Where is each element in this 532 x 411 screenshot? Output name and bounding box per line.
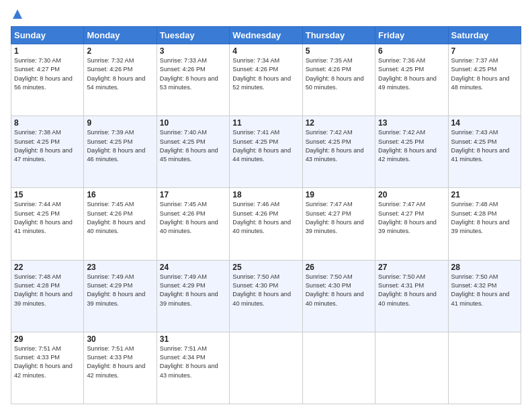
day-info: Sunrise: 7:51 AMSunset: 4:33 PMDaylight:… — [14, 345, 81, 380]
calendar-cell: 15Sunrise: 7:44 AMSunset: 4:25 PMDayligh… — [11, 188, 84, 260]
day-info: Sunrise: 7:49 AMSunset: 4:29 PMDaylight:… — [160, 273, 226, 308]
day-number: 11 — [232, 118, 299, 128]
day-info: Sunrise: 7:49 AMSunset: 4:29 PMDaylight:… — [87, 273, 153, 308]
calendar-row-week-3: 15Sunrise: 7:44 AMSunset: 4:25 PMDayligh… — [11, 188, 521, 260]
day-info: Sunrise: 7:45 AMSunset: 4:26 PMDaylight:… — [87, 200, 153, 236]
calendar-cell: 16Sunrise: 7:45 AMSunset: 4:26 PMDayligh… — [84, 188, 157, 260]
day-info: Sunrise: 7:50 AMSunset: 4:30 PMDaylight:… — [306, 273, 372, 308]
day-info: Sunrise: 7:50 AMSunset: 4:30 PMDaylight:… — [232, 273, 299, 308]
calendar-header-saturday: Saturday — [448, 27, 521, 44]
day-number: 8 — [14, 118, 81, 128]
calendar-cell: 25Sunrise: 7:50 AMSunset: 4:30 PMDayligh… — [230, 260, 302, 332]
page: SundayMondayTuesdayWednesdayThursdayFrid… — [0, 0, 532, 411]
day-number: 10 — [160, 118, 226, 128]
calendar-header-sunday: Sunday — [11, 27, 84, 44]
day-info: Sunrise: 7:39 AMSunset: 4:25 PMDaylight:… — [87, 128, 153, 164]
day-info: Sunrise: 7:51 AMSunset: 4:34 PMDaylight:… — [160, 345, 226, 380]
calendar-cell: 10Sunrise: 7:40 AMSunset: 4:25 PMDayligh… — [157, 116, 229, 188]
calendar-cell: 1Sunrise: 7:30 AMSunset: 4:27 PMDaylight… — [11, 44, 84, 116]
day-number: 2 — [87, 46, 153, 56]
day-info: Sunrise: 7:37 AMSunset: 4:25 PMDaylight:… — [451, 56, 518, 92]
calendar-cell: 4Sunrise: 7:34 AMSunset: 4:26 PMDaylight… — [230, 44, 302, 116]
day-info: Sunrise: 7:50 AMSunset: 4:32 PMDaylight:… — [451, 273, 518, 308]
day-info: Sunrise: 7:36 AMSunset: 4:25 PMDaylight:… — [378, 56, 445, 92]
day-number: 9 — [87, 118, 153, 128]
day-number: 26 — [306, 263, 372, 272]
day-number: 15 — [14, 190, 81, 199]
calendar-header-tuesday: Tuesday — [157, 27, 229, 44]
calendar-cell: 20Sunrise: 7:47 AMSunset: 4:27 PMDayligh… — [375, 188, 448, 260]
day-number: 14 — [451, 118, 518, 128]
day-number: 31 — [160, 334, 226, 344]
calendar-row-week-4: 22Sunrise: 7:48 AMSunset: 4:28 PMDayligh… — [11, 260, 521, 332]
calendar-cell: 31Sunrise: 7:51 AMSunset: 4:34 PMDayligh… — [157, 332, 229, 404]
calendar-cell — [375, 332, 448, 404]
day-number: 19 — [306, 190, 372, 199]
day-info: Sunrise: 7:43 AMSunset: 4:25 PMDaylight:… — [451, 128, 518, 164]
calendar-cell: 14Sunrise: 7:43 AMSunset: 4:25 PMDayligh… — [448, 116, 521, 188]
calendar-cell: 23Sunrise: 7:49 AMSunset: 4:29 PMDayligh… — [84, 260, 157, 332]
calendar-cell: 11Sunrise: 7:41 AMSunset: 4:25 PMDayligh… — [230, 116, 302, 188]
day-number: 30 — [87, 334, 153, 344]
day-number: 28 — [451, 263, 518, 272]
day-number: 4 — [232, 46, 299, 56]
day-number: 27 — [378, 263, 445, 272]
day-info: Sunrise: 7:46 AMSunset: 4:26 PMDaylight:… — [232, 200, 299, 236]
calendar-cell: 12Sunrise: 7:42 AMSunset: 4:25 PMDayligh… — [302, 116, 375, 188]
calendar-header-friday: Friday — [375, 27, 448, 44]
calendar-cell: 5Sunrise: 7:35 AMSunset: 4:26 PMDaylight… — [302, 44, 375, 116]
calendar-cell: 6Sunrise: 7:36 AMSunset: 4:25 PMDaylight… — [375, 44, 448, 116]
logo-triangle-icon — [13, 9, 22, 19]
day-number: 20 — [378, 190, 445, 199]
day-info: Sunrise: 7:44 AMSunset: 4:25 PMDaylight:… — [14, 200, 81, 236]
day-number: 3 — [160, 46, 226, 56]
day-info: Sunrise: 7:32 AMSunset: 4:26 PMDaylight:… — [87, 56, 153, 92]
calendar-cell: 13Sunrise: 7:42 AMSunset: 4:25 PMDayligh… — [375, 116, 448, 188]
calendar-cell: 27Sunrise: 7:50 AMSunset: 4:31 PMDayligh… — [375, 260, 448, 332]
calendar-header-row: SundayMondayTuesdayWednesdayThursdayFrid… — [11, 27, 521, 44]
day-info: Sunrise: 7:50 AMSunset: 4:31 PMDaylight:… — [378, 273, 445, 308]
day-info: Sunrise: 7:47 AMSunset: 4:27 PMDaylight:… — [378, 200, 445, 236]
day-info: Sunrise: 7:35 AMSunset: 4:26 PMDaylight:… — [306, 56, 372, 92]
day-info: Sunrise: 7:38 AMSunset: 4:25 PMDaylight:… — [14, 128, 81, 164]
calendar-cell: 7Sunrise: 7:37 AMSunset: 4:25 PMDaylight… — [448, 44, 521, 116]
day-number: 18 — [232, 190, 299, 199]
day-number: 17 — [160, 190, 226, 199]
logo-text — [11, 8, 22, 22]
calendar-row-week-1: 1Sunrise: 7:30 AMSunset: 4:27 PMDaylight… — [11, 44, 521, 116]
calendar-table: SundayMondayTuesdayWednesdayThursdayFrid… — [11, 26, 521, 404]
calendar-cell — [302, 332, 375, 404]
day-info: Sunrise: 7:42 AMSunset: 4:25 PMDaylight:… — [306, 128, 372, 164]
day-number: 5 — [306, 46, 372, 56]
day-number: 13 — [378, 118, 445, 128]
calendar-header-monday: Monday — [84, 27, 157, 44]
day-number: 21 — [451, 190, 518, 199]
calendar-header-wednesday: Wednesday — [230, 27, 302, 44]
day-info: Sunrise: 7:40 AMSunset: 4:25 PMDaylight:… — [160, 128, 226, 164]
calendar-cell: 8Sunrise: 7:38 AMSunset: 4:25 PMDaylight… — [11, 116, 84, 188]
calendar-cell: 21Sunrise: 7:48 AMSunset: 4:28 PMDayligh… — [448, 188, 521, 260]
day-info: Sunrise: 7:33 AMSunset: 4:26 PMDaylight:… — [160, 56, 226, 92]
day-number: 23 — [87, 263, 153, 272]
day-info: Sunrise: 7:45 AMSunset: 4:26 PMDaylight:… — [160, 200, 226, 236]
day-number: 6 — [378, 46, 445, 56]
calendar-cell: 9Sunrise: 7:39 AMSunset: 4:25 PMDaylight… — [84, 116, 157, 188]
calendar-cell: 3Sunrise: 7:33 AMSunset: 4:26 PMDaylight… — [157, 44, 229, 116]
calendar-row-week-2: 8Sunrise: 7:38 AMSunset: 4:25 PMDaylight… — [11, 116, 521, 188]
day-number: 12 — [306, 118, 372, 128]
calendar-cell: 24Sunrise: 7:49 AMSunset: 4:29 PMDayligh… — [157, 260, 229, 332]
day-info: Sunrise: 7:47 AMSunset: 4:27 PMDaylight:… — [306, 200, 372, 236]
day-info: Sunrise: 7:48 AMSunset: 4:28 PMDaylight:… — [14, 273, 81, 308]
calendar-cell — [448, 332, 521, 404]
calendar-cell: 30Sunrise: 7:51 AMSunset: 4:33 PMDayligh… — [84, 332, 157, 404]
calendar-cell: 26Sunrise: 7:50 AMSunset: 4:30 PMDayligh… — [302, 260, 375, 332]
calendar-cell: 29Sunrise: 7:51 AMSunset: 4:33 PMDayligh… — [11, 332, 84, 404]
day-number: 16 — [87, 190, 153, 199]
day-info: Sunrise: 7:30 AMSunset: 4:27 PMDaylight:… — [14, 56, 81, 92]
calendar-cell: 28Sunrise: 7:50 AMSunset: 4:32 PMDayligh… — [448, 260, 521, 332]
header — [11, 8, 521, 22]
day-number: 29 — [14, 334, 81, 344]
day-info: Sunrise: 7:41 AMSunset: 4:25 PMDaylight:… — [232, 128, 299, 164]
calendar-cell: 17Sunrise: 7:45 AMSunset: 4:26 PMDayligh… — [157, 188, 229, 260]
calendar-row-week-5: 29Sunrise: 7:51 AMSunset: 4:33 PMDayligh… — [11, 332, 521, 404]
